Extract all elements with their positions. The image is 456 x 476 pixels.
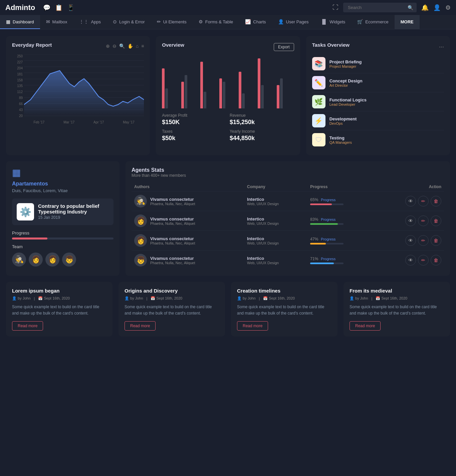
revenue-label: Revenue: [230, 113, 294, 118]
agent-progress-link-1[interactable]: Progress: [321, 217, 335, 221]
agent-progress-link-2[interactable]: Progress: [321, 237, 335, 241]
action-view-2[interactable]: 👁: [405, 235, 416, 246]
read-more-btn-2[interactable]: Read more: [237, 321, 268, 331]
user-icon[interactable]: 👤: [433, 4, 441, 11]
apart-icon: ▦: [12, 167, 113, 178]
agent-progress-fill-2: [310, 243, 326, 245]
action-delete-0[interactable]: 🗑: [431, 196, 441, 206]
action-view-3[interactable]: 👁: [405, 255, 416, 266]
expand-icon[interactable]: ⛶: [332, 4, 338, 11]
line-chart-svg: [24, 54, 144, 116]
x-apr: Apr '17: [93, 120, 104, 128]
agent-progress-fill-0: [310, 203, 332, 205]
export-button[interactable]: Export: [274, 43, 294, 51]
svg-marker-11: [24, 71, 144, 116]
agent-cell-progress-3: 71% Progress: [307, 251, 374, 270]
action-btns-0: 👁 ✏ 🗑: [376, 196, 441, 206]
nav-item-more[interactable]: MORE: [395, 15, 420, 29]
blog-meta-3: 👤 by John | 📅 Sept 16th, 2020: [350, 296, 444, 301]
task-sub-0: Project Manager: [329, 64, 362, 68]
pc-date: 15 Jan 2019: [38, 215, 109, 220]
blog-author-2: 👤 by John: [237, 296, 256, 301]
bar-group-5: [239, 72, 256, 108]
search-input[interactable]: [343, 3, 417, 12]
nav-item-forms[interactable]: ⚙ Forms & Table: [193, 15, 239, 29]
nav-item-charts[interactable]: 📈 Charts: [239, 15, 272, 29]
nav-item-login[interactable]: ⊙ Login & Error: [107, 15, 151, 29]
everyday-report-title: Everyday Report: [12, 42, 52, 48]
agent-cell-actions-2: 👁 ✏ 🗑: [374, 231, 444, 251]
magnify-icon[interactable]: 🔍: [119, 43, 125, 49]
apartamentos-panel: ▦ Apartamentos Duis, Faucibus, Lorem, Vi…: [6, 161, 120, 276]
nav-item-ecommerce[interactable]: 🛒 Ecommerce: [351, 15, 394, 29]
task-name-3: Development: [329, 116, 357, 121]
y-204: 204: [12, 66, 24, 70]
notification-icon[interactable]: 🔔: [421, 4, 429, 11]
action-delete-3[interactable]: 🗑: [431, 255, 441, 266]
agent-avatar-3: 👦: [134, 254, 147, 267]
action-edit-2[interactable]: ✏: [418, 235, 429, 246]
topbar: Adminto 💬 📋 📱 ⛶ 🔍 🔔 👤 ⚙: [0, 0, 456, 15]
task-sub-4: QA Managers: [329, 140, 352, 144]
nav-label-apps: Apps: [91, 19, 101, 24]
task-info-4: Testing QA Managers: [329, 135, 352, 144]
zoom-in-icon[interactable]: ⊕: [106, 43, 110, 49]
action-edit-3[interactable]: ✏: [418, 255, 429, 266]
bar-red-1: [162, 68, 165, 108]
action-view-1[interactable]: 👁: [405, 215, 416, 226]
read-more-btn-3[interactable]: Read more: [350, 321, 381, 331]
chart-yaxis: 250 227 204 181 158 135 112 89 66 43 20: [12, 54, 24, 118]
project-card-info: Contrary to popular belief Typesetting I…: [38, 203, 109, 220]
agent-company-name-2: Intertico: [247, 236, 305, 241]
nav-item-userpages[interactable]: 👤 User Pages: [272, 15, 315, 29]
blog-title-1: Origins and Discovery: [125, 288, 219, 294]
revenue-value: $15,250k: [230, 119, 294, 126]
read-more-btn-0[interactable]: Read more: [12, 321, 43, 331]
mobile-icon[interactable]: 📱: [67, 4, 74, 11]
action-delete-1[interactable]: 🗑: [431, 215, 441, 226]
col-authors: Authors: [132, 182, 244, 191]
nav-item-mailbox[interactable]: ✉ Mailbox: [40, 15, 73, 29]
nav-label-ecommerce: Ecommerce: [365, 19, 388, 24]
pc-title: Contrary to popular belief Typesetting I…: [38, 203, 109, 214]
settings-icon[interactable]: ⚙: [445, 4, 451, 11]
action-edit-1[interactable]: ✏: [418, 215, 429, 226]
bar-red-2: [181, 82, 184, 108]
home-icon[interactable]: ⌂: [136, 43, 139, 49]
hand-icon[interactable]: ✋: [128, 43, 133, 49]
blog-author-0: 👤 by John: [12, 296, 31, 301]
bar-red-5: [239, 72, 241, 108]
blog-sep-3: |: [372, 297, 373, 301]
agent-cell-actions-0: 👁 ✏ 🗑: [374, 191, 444, 211]
nav-item-ui[interactable]: ✏ Ui Elements: [151, 15, 193, 29]
y-20: 20: [12, 114, 24, 118]
progress-bar-fill: [12, 237, 47, 240]
action-edit-0[interactable]: ✏: [418, 196, 429, 206]
bar-group-3: [200, 62, 217, 108]
agent-sub-0: Phaetra, Nulla, Nec, Aliquet: [150, 202, 195, 206]
action-delete-2[interactable]: 🗑: [431, 235, 441, 246]
task-row-1: ✏️ Concept Design Art Director: [312, 73, 444, 92]
clipboard-icon[interactable]: 📋: [55, 4, 62, 11]
chat-icon[interactable]: 💬: [43, 4, 50, 11]
team-avatar-1: 👩: [29, 253, 43, 267]
tasks-more-icon[interactable]: ···: [439, 43, 444, 50]
nav-item-widgets[interactable]: ▐▌ Widgets: [315, 15, 352, 29]
read-more-btn-1[interactable]: Read more: [125, 321, 156, 331]
chart-xaxis: Feb '17 Mar '17 Apr '17 May '17: [24, 120, 144, 128]
task-sub-1: Art Director: [329, 83, 363, 87]
menu-icon[interactable]: ≡: [141, 43, 144, 49]
agent-cell-company-2: Intertico Web, UI/UX Design: [244, 231, 307, 251]
blog-date-1: 📅 Sept 16th, 2020: [151, 296, 182, 301]
stat-taxes: Taxes $50k: [162, 129, 226, 142]
nav-item-apps[interactable]: ⋮⋮ Apps: [73, 15, 107, 29]
bar-gray-1: [165, 88, 168, 108]
action-view-0[interactable]: 👁: [405, 196, 416, 206]
zoom-out-icon[interactable]: ⊖: [112, 43, 117, 49]
agent-progress-link-0[interactable]: Progress: [321, 198, 335, 202]
bar-red-3: [200, 62, 203, 108]
agent-company-sub-2: Web, UI/UX Design: [247, 241, 305, 245]
nav-item-dashboard[interactable]: ▦ Dashboard: [0, 15, 40, 29]
agent-progress-link-3[interactable]: Progress: [321, 257, 335, 261]
agent-progress-bg-3: [310, 263, 344, 264]
